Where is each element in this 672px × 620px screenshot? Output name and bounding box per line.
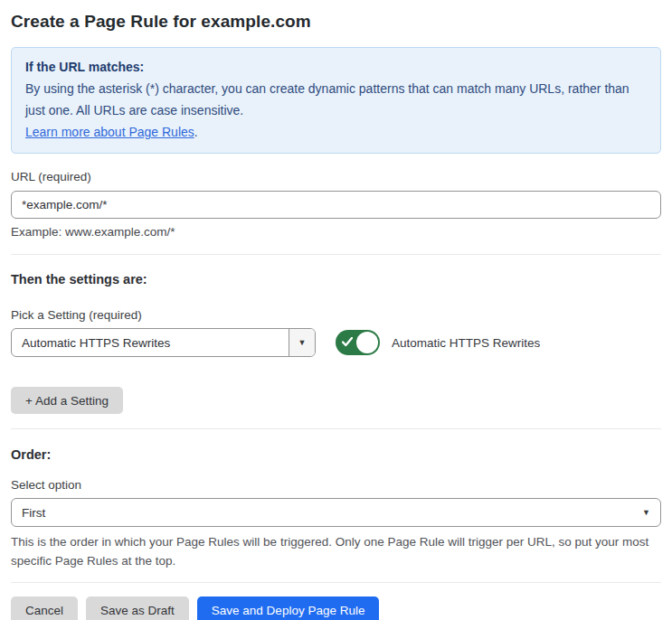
order-help-text: This is the order in which your Page Rul…: [11, 532, 653, 570]
footer-actions: Cancel Save as Draft Save and Deploy Pag…: [11, 597, 661, 620]
url-field-example: Example: www.example.com/*: [11, 225, 661, 239]
order-select-label: Select option: [11, 478, 661, 492]
divider: [11, 582, 661, 583]
pick-setting-label: Pick a Setting (required): [11, 308, 661, 322]
setting-select-value: Automatic HTTPS Rewrites: [12, 329, 289, 356]
order-select[interactable]: First ▼: [11, 498, 661, 527]
save-and-deploy-button[interactable]: Save and Deploy Page Rule: [197, 597, 380, 620]
add-setting-button[interactable]: + Add a Setting: [11, 387, 123, 414]
cancel-button[interactable]: Cancel: [11, 597, 78, 620]
settings-section-heading: Then the settings are:: [11, 272, 661, 287]
check-icon: [342, 337, 353, 347]
divider: [11, 428, 661, 429]
automatic-https-rewrites-toggle[interactable]: [336, 330, 380, 355]
url-input[interactable]: [11, 191, 661, 219]
order-section-heading: Order:: [11, 447, 661, 462]
link-period: .: [194, 125, 198, 139]
order-select-value: First: [22, 506, 45, 520]
url-field-label: URL (required): [11, 170, 661, 183]
info-box-body-text: By using the asterisk (*) character, you…: [25, 81, 629, 117]
chevron-down-icon[interactable]: ▼: [289, 329, 315, 356]
info-box-body: By using the asterisk (*) character, you…: [25, 78, 647, 143]
create-page-rule-panel: Create a Page Rule for example.com If th…: [0, 0, 672, 620]
learn-more-link[interactable]: Learn more about Page Rules: [25, 125, 194, 139]
setting-row: Automatic HTTPS Rewrites ▼ Automatic HTT…: [11, 328, 661, 357]
divider: [11, 254, 661, 255]
setting-select[interactable]: Automatic HTTPS Rewrites ▼: [11, 328, 316, 357]
toggle-label: Automatic HTTPS Rewrites: [392, 336, 540, 350]
toggle-knob: [356, 332, 378, 353]
page-title: Create a Page Rule for example.com: [11, 0, 661, 32]
url-matches-info-box: If the URL matches: By using the asteris…: [11, 47, 661, 154]
save-as-draft-button[interactable]: Save as Draft: [86, 597, 189, 620]
chevron-down-icon: ▼: [642, 508, 650, 517]
info-box-heading: If the URL matches:: [25, 56, 647, 78]
